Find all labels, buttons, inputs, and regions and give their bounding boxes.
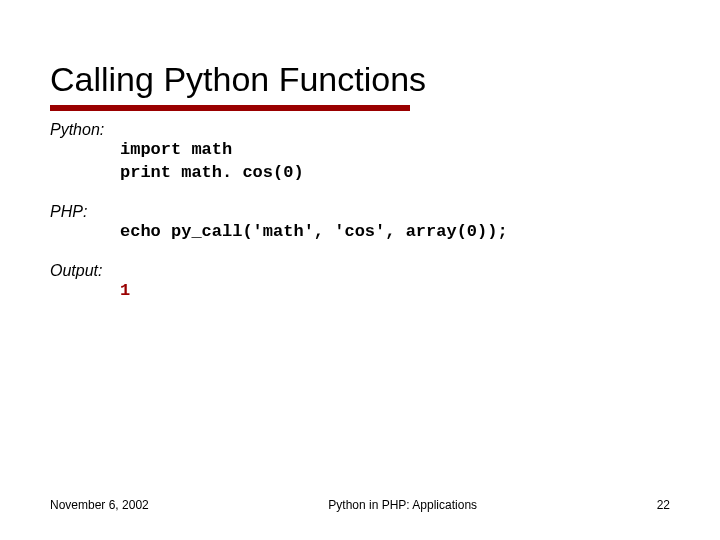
- python-label: Python:: [50, 121, 670, 139]
- php-code: echo py_call('math', 'cos', array(0));: [120, 221, 670, 244]
- code-line: import math: [120, 140, 232, 159]
- output-code: 1: [120, 280, 670, 303]
- python-code: import math print math. cos(0): [120, 139, 670, 185]
- code-line: print math. cos(0): [120, 163, 304, 182]
- output-block: Output: 1: [50, 262, 670, 303]
- code-line: echo py_call('math', 'cos', array(0));: [120, 222, 508, 241]
- title-underline: [50, 105, 410, 111]
- footer-center: Python in PHP: Applications: [328, 498, 477, 512]
- page-title: Calling Python Functions: [50, 60, 670, 99]
- footer-page: 22: [657, 498, 670, 512]
- footer: November 6, 2002 Python in PHP: Applicat…: [50, 498, 670, 512]
- output-label: Output:: [50, 262, 670, 280]
- slide: Calling Python Functions Python: import …: [0, 0, 720, 540]
- php-label: PHP:: [50, 203, 670, 221]
- python-block: Python: import math print math. cos(0): [50, 121, 670, 185]
- output-value: 1: [120, 281, 130, 300]
- footer-date: November 6, 2002: [50, 498, 149, 512]
- php-block: PHP: echo py_call('math', 'cos', array(0…: [50, 203, 670, 244]
